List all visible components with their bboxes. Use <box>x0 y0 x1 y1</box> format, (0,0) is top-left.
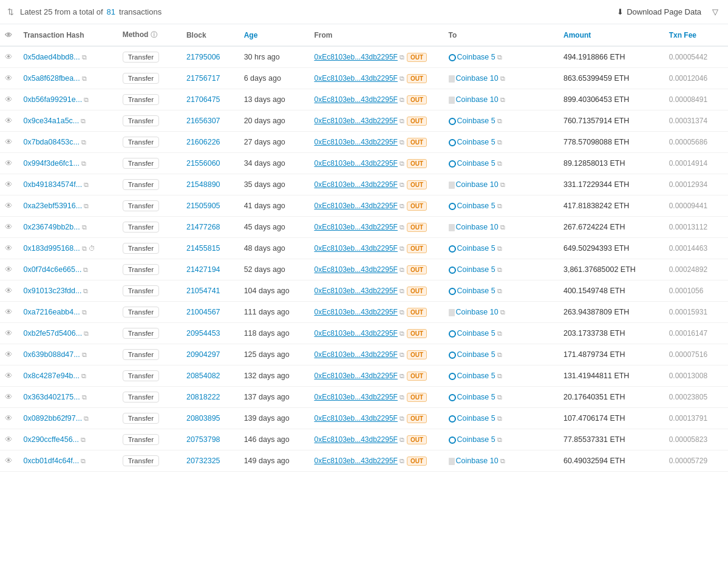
from-address-link[interactable]: 0xEc8103eb...43db2295F <box>314 414 397 423</box>
copy-from-icon[interactable]: ⧉ <box>400 245 404 252</box>
to-address-link[interactable]: Coinbase 5 <box>457 393 495 401</box>
tx-hash-link[interactable]: 0xb56fa99291e... <box>24 95 83 104</box>
tx-hash-link[interactable]: 0xb2fe57d5406... <box>24 329 83 338</box>
copy-hash-icon[interactable]: ⧉ <box>84 202 89 209</box>
tx-hash-link[interactable]: 0x9ce34a1a5c... <box>24 117 80 125</box>
to-address-link[interactable]: Coinbase 10 <box>456 74 498 83</box>
copy-from-icon[interactable]: ⧉ <box>400 138 404 146</box>
method-info-icon[interactable]: ⓘ <box>151 31 157 38</box>
copy-to-icon[interactable]: ⧉ <box>500 457 505 464</box>
copy-hash-icon[interactable]: ⧉ <box>84 96 89 103</box>
from-address-link[interactable]: 0xEc8103eb...43db2295F <box>314 393 397 401</box>
copy-from-icon[interactable]: ⧉ <box>400 351 404 358</box>
to-address-link[interactable]: Coinbase 5 <box>457 244 495 253</box>
to-address-link[interactable]: Coinbase 5 <box>457 53 495 61</box>
copy-hash-icon[interactable]: ⧉ <box>81 160 86 167</box>
to-address-link[interactable]: Coinbase 10 <box>456 308 498 316</box>
row-eye-icon[interactable]: 👁 <box>5 393 13 401</box>
tx-hash-link[interactable]: 0x0f7d4c6e665... <box>24 265 82 274</box>
row-eye-icon[interactable]: 👁 <box>5 414 13 423</box>
from-address-link[interactable]: 0xEc8103eb...43db2295F <box>314 244 397 253</box>
copy-to-icon[interactable]: ⧉ <box>497 138 502 146</box>
tx-hash-link[interactable]: 0x236749bb2b... <box>24 223 80 231</box>
copy-to-icon[interactable]: ⧉ <box>497 330 502 337</box>
copy-to-icon[interactable]: ⧉ <box>497 202 502 209</box>
to-address-link[interactable]: Coinbase 5 <box>457 117 495 125</box>
from-address-link[interactable]: 0xEc8103eb...43db2295F <box>314 457 397 465</box>
copy-to-icon[interactable]: ⧉ <box>500 96 505 103</box>
from-address-link[interactable]: 0xEc8103eb...43db2295F <box>314 53 397 61</box>
tx-hash-link[interactable]: 0x0892bb62f97... <box>24 414 83 423</box>
row-eye-icon[interactable]: 👁 <box>5 350 13 359</box>
from-address-link[interactable]: 0xEc8103eb...43db2295F <box>314 74 397 83</box>
row-eye-icon[interactable]: 👁 <box>5 308 13 316</box>
tx-hash-link[interactable]: 0x363d402175... <box>24 393 80 401</box>
to-address-link[interactable]: Coinbase 5 <box>457 435 495 444</box>
to-address-link[interactable]: Coinbase 5 <box>457 202 495 210</box>
block-link[interactable]: 21706475 <box>186 95 220 104</box>
copy-to-icon[interactable]: ⧉ <box>497 245 502 252</box>
to-address-link[interactable]: Coinbase 5 <box>457 372 495 380</box>
copy-to-icon[interactable]: ⧉ <box>497 351 502 358</box>
tx-hash-link[interactable]: 0x994f3de6fc1... <box>24 159 80 168</box>
from-address-link[interactable]: 0xEc8103eb...43db2295F <box>314 435 397 444</box>
row-eye-icon[interactable]: 👁 <box>5 180 13 189</box>
row-eye-icon[interactable]: 👁 <box>5 223 13 231</box>
block-link[interactable]: 21505905 <box>186 202 220 210</box>
from-address-link[interactable]: 0xEc8103eb...43db2295F <box>314 372 397 380</box>
copy-hash-icon[interactable]: ⧉ <box>84 415 89 422</box>
block-link[interactable]: 21427194 <box>186 265 220 274</box>
copy-from-icon[interactable]: ⧉ <box>400 75 404 82</box>
from-address-link[interactable]: 0xEc8103eb...43db2295F <box>314 265 397 274</box>
copy-hash-icon[interactable]: ⧉ <box>84 330 89 337</box>
copy-hash-icon[interactable]: ⧉ <box>83 287 88 294</box>
block-link[interactable]: 21548890 <box>186 180 220 189</box>
row-eye-icon[interactable]: 👁 <box>5 435 13 444</box>
copy-hash-icon[interactable]: ⧉ <box>83 266 88 273</box>
block-link[interactable]: 20803895 <box>186 414 220 423</box>
to-address-link[interactable]: Coinbase 5 <box>457 159 495 168</box>
from-address-link[interactable]: 0xEc8103eb...43db2295F <box>314 159 397 168</box>
from-address-link[interactable]: 0xEc8103eb...43db2295F <box>314 350 397 359</box>
tx-hash-link[interactable]: 0x639b088d47... <box>24 350 80 359</box>
copy-from-icon[interactable]: ⧉ <box>400 287 404 294</box>
copy-to-icon[interactable]: ⧉ <box>497 53 502 61</box>
block-link[interactable]: 21455815 <box>186 244 220 253</box>
copy-to-icon[interactable]: ⧉ <box>497 415 502 422</box>
row-eye-icon[interactable]: 👁 <box>5 329 13 338</box>
from-address-link[interactable]: 0xEc8103eb...43db2295F <box>314 287 397 295</box>
block-link[interactable]: 20818222 <box>186 393 220 401</box>
row-eye-icon[interactable]: 👁 <box>5 202 13 210</box>
to-address-link[interactable]: Coinbase 10 <box>456 223 498 231</box>
copy-to-icon[interactable]: ⧉ <box>497 436 502 443</box>
block-link[interactable]: 21606226 <box>186 138 220 146</box>
block-link[interactable]: 20904297 <box>186 350 220 359</box>
copy-hash-icon[interactable]: ⧉ <box>81 372 86 379</box>
copy-from-icon[interactable]: ⧉ <box>400 96 404 103</box>
to-address-link[interactable]: Coinbase 5 <box>457 414 495 423</box>
tx-hash-link[interactable]: 0xcb01df4c64f... <box>24 457 80 465</box>
copy-from-icon[interactable]: ⧉ <box>400 393 404 401</box>
from-address-link[interactable]: 0xEc8103eb...43db2295F <box>314 138 397 146</box>
copy-from-icon[interactable]: ⧉ <box>400 117 404 124</box>
copy-to-icon[interactable]: ⧉ <box>497 287 502 294</box>
block-link[interactable]: 20954453 <box>186 329 220 338</box>
tx-hash-link[interactable]: 0x183d995168... <box>24 244 80 253</box>
copy-from-icon[interactable]: ⧉ <box>400 266 404 273</box>
row-eye-icon[interactable]: 👁 <box>5 159 13 168</box>
copy-to-icon[interactable]: ⧉ <box>497 117 502 124</box>
row-eye-icon[interactable]: 👁 <box>5 244 13 253</box>
tx-hash-link[interactable]: 0x5daed4bbd8... <box>24 53 80 61</box>
tx-hash-link[interactable]: 0xb491834574f... <box>24 180 83 189</box>
row-eye-icon[interactable]: 👁 <box>5 265 13 274</box>
to-address-link[interactable]: Coinbase 5 <box>457 138 495 146</box>
block-link[interactable]: 21656307 <box>186 117 220 125</box>
from-address-link[interactable]: 0xEc8103eb...43db2295F <box>314 308 397 316</box>
from-address-link[interactable]: 0xEc8103eb...43db2295F <box>314 117 397 125</box>
copy-to-icon[interactable]: ⧉ <box>497 372 502 379</box>
to-address-link[interactable]: Coinbase 10 <box>456 180 498 189</box>
from-address-link[interactable]: 0xEc8103eb...43db2295F <box>314 95 397 104</box>
copy-hash-icon[interactable]: ⧉ <box>82 75 87 82</box>
copy-hash-icon[interactable]: ⧉ <box>82 245 87 252</box>
tx-hash-link[interactable]: 0x91013c23fdd... <box>24 287 82 295</box>
